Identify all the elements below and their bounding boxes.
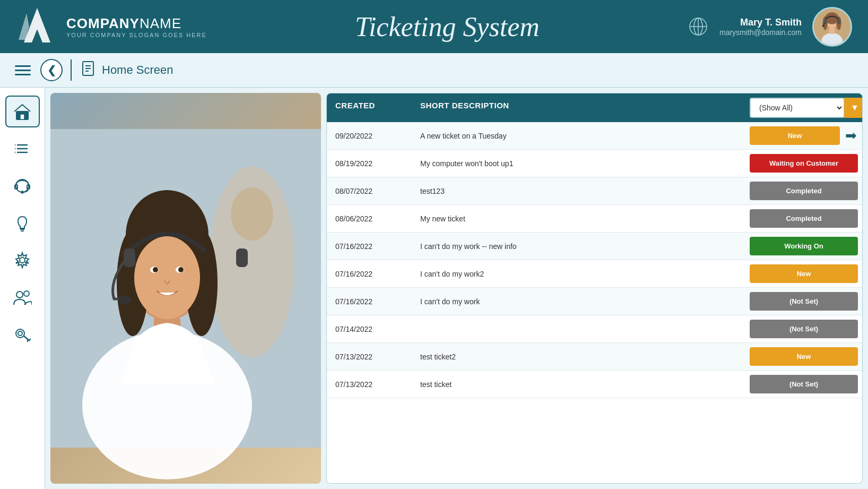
svg-point-31: [21, 191, 23, 193]
svg-point-37: [16, 329, 24, 338]
cell-description: I can't do my work2: [412, 263, 745, 285]
status-button[interactable]: New: [750, 347, 858, 366]
app-title: Ticketing System: [207, 11, 688, 42]
status-button[interactable]: Completed: [750, 209, 858, 228]
main-layout: CREATED SHORT DESCRIPTION (Show All)NewW…: [0, 88, 868, 489]
table-row: 08/06/2022 My new ticket Completed: [327, 205, 862, 233]
svg-rect-21: [20, 114, 24, 119]
cell-action: (Not Set): [745, 371, 862, 398]
table-row: 07/16/2022 I can't do my work2 New: [327, 260, 862, 288]
svg-point-44: [231, 187, 273, 241]
cell-description: My computer won't boot up1: [412, 153, 745, 174]
company-slogan: YOUR COMPANY SLOGAN GOES HERE: [66, 32, 207, 38]
sidebar-item-users[interactable]: [5, 281, 40, 313]
sidebar-item-settings[interactable]: [5, 244, 40, 276]
nav-divider: [71, 59, 72, 81]
table-row: 07/16/2022 I can't do my work -- new inf…: [327, 233, 862, 260]
sidebar-item-support[interactable]: [5, 170, 40, 202]
cell-action: Working On: [745, 233, 862, 260]
cell-description: test ticket2: [412, 346, 745, 367]
table-row: 08/07/2022 test123 Completed: [327, 177, 862, 205]
table-panel: CREATED SHORT DESCRIPTION (Show All)NewW…: [326, 93, 863, 484]
cell-date: 08/07/2022: [327, 181, 412, 202]
filter-chevron-button[interactable]: ▼: [844, 98, 863, 118]
sidebar: [0, 88, 45, 489]
app-title-block: Ticketing System: [207, 11, 688, 42]
cell-date: 09/20/2022: [327, 125, 412, 147]
user-avatar: [812, 7, 852, 47]
content-area: CREATED SHORT DESCRIPTION (Show All)NewW…: [45, 88, 868, 489]
header-brand: COMPANYNAME YOUR COMPANY SLOGAN GOES HER…: [16, 5, 207, 48]
cell-action: Completed: [745, 205, 862, 232]
cell-date: 07/16/2022: [327, 263, 412, 285]
svg-point-36: [24, 291, 29, 296]
back-button[interactable]: ❮: [40, 59, 63, 81]
globe-icon: [688, 16, 709, 37]
svg-point-35: [16, 291, 23, 298]
cell-date: 07/16/2022: [327, 236, 412, 257]
table-body: 09/20/2022 A new ticket on a Tuesday New…: [327, 122, 862, 483]
cell-date: 07/14/2022: [327, 319, 412, 340]
cell-description: I can't do my work: [412, 291, 745, 312]
cell-action: New: [745, 343, 862, 370]
svg-rect-56: [124, 248, 135, 267]
filter-col-header: (Show All)NewWaiting on CustomerComplete…: [745, 93, 862, 122]
status-button[interactable]: New: [750, 264, 858, 283]
cell-date: 08/19/2022: [327, 153, 412, 174]
svg-rect-15: [837, 19, 840, 24]
navigate-button[interactable]: ➡: [844, 126, 858, 145]
cell-date: 07/13/2022: [327, 346, 412, 367]
user-info: Mary T. Smith marysmith@domain.com: [719, 17, 802, 37]
table-row: 09/20/2022 A new ticket on a Tuesday New…: [327, 122, 862, 150]
cell-action: Waiting on Customer: [745, 150, 862, 177]
sidebar-item-ideas[interactable]: [5, 207, 40, 239]
sidebar-item-home[interactable]: [5, 96, 40, 127]
table-row: 07/13/2022 test ticket (Not Set): [327, 371, 862, 398]
cell-action: New: [745, 260, 862, 287]
col-description-header: SHORT DESCRIPTION: [412, 93, 745, 122]
table-row: 07/14/2022 (Not Set): [327, 315, 862, 343]
table-row: 07/16/2022 I can't do my work (Not Set): [327, 288, 862, 315]
user-email: marysmith@domain.com: [719, 28, 802, 37]
table-row: 07/13/2022 test ticket2 New: [327, 343, 862, 371]
svg-point-58: [118, 296, 131, 304]
cell-date: 07/16/2022: [327, 291, 412, 312]
cell-action: New ➡: [745, 122, 862, 149]
status-button[interactable]: Working On: [750, 237, 858, 255]
table-header: CREATED SHORT DESCRIPTION (Show All)NewW…: [327, 93, 862, 122]
status-button[interactable]: New: [750, 126, 840, 145]
cell-description: test ticket: [412, 374, 745, 395]
cell-description: I can't do my work -- new info: [412, 236, 745, 257]
cell-description: My new ticket: [412, 208, 745, 229]
cell-description: [412, 323, 745, 336]
company-name-block: COMPANYNAME YOUR COMPANY SLOGAN GOES HER…: [66, 15, 207, 38]
status-button[interactable]: Waiting on Customer: [750, 154, 858, 173]
svg-point-55: [178, 267, 184, 272]
company-name-text: COMPANYNAME: [66, 15, 207, 32]
svg-point-51: [134, 236, 200, 319]
status-button[interactable]: (Not Set): [750, 320, 858, 338]
app-header: COMPANYNAME YOUR COMPANY SLOGAN GOES HER…: [0, 0, 868, 53]
svg-rect-57: [236, 248, 248, 267]
user-name: Mary T. Smith: [719, 17, 802, 28]
svg-line-41: [29, 339, 31, 340]
sidebar-item-keys[interactable]: [5, 319, 40, 350]
back-arrow-icon: ❮: [47, 64, 56, 76]
sidebar-item-list[interactable]: [5, 133, 40, 165]
status-filter-select[interactable]: (Show All)NewWaiting on CustomerComplete…: [750, 98, 845, 118]
status-button[interactable]: Completed: [750, 182, 858, 200]
hero-image: [50, 93, 321, 484]
svg-point-34: [20, 258, 25, 263]
company-logo-icon: [16, 5, 58, 48]
svg-point-38: [18, 331, 22, 336]
svg-rect-13: [829, 28, 835, 33]
table-row: 08/19/2022 My computer won't boot up1 Wa…: [327, 150, 862, 177]
status-button[interactable]: (Not Set): [750, 375, 858, 393]
svg-point-54: [153, 267, 158, 272]
status-button[interactable]: (Not Set): [750, 292, 858, 311]
cell-description: test123: [412, 181, 745, 202]
document-icon: [80, 60, 97, 81]
page-title: Home Screen: [102, 63, 173, 77]
hamburger-menu[interactable]: [11, 61, 35, 80]
cell-date: 07/13/2022: [327, 374, 412, 395]
